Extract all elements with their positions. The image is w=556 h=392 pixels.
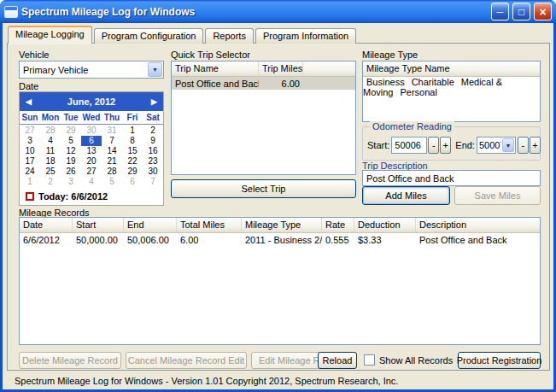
calendar-day[interactable]: 9 (143, 136, 163, 146)
calendar-title-bar: ◀ June, 2012 ▶ (20, 92, 163, 111)
maximize-button[interactable]: □ (512, 3, 530, 20)
chevron-down-icon[interactable]: ▼ (502, 138, 514, 152)
calendar-day[interactable]: 23 (143, 156, 163, 167)
calendar-day[interactable]: 28 (102, 167, 122, 177)
quick-trip-selector-label: Quick Trip Selector (171, 50, 250, 60)
calendar-day[interactable]: 16 (143, 146, 163, 156)
calendar-day[interactable]: 26 (61, 167, 81, 177)
calendar-day[interactable]: 29 (61, 126, 81, 136)
calendar-prev-icon[interactable]: ◀ (26, 97, 32, 106)
calendar-day[interactable]: 1 (20, 177, 40, 187)
chevron-down-icon[interactable]: ▼ (148, 62, 162, 77)
odometer-reading-label: Odometer Reading (370, 121, 454, 132)
trip-row[interactable]: Post Office and Back6.00 (172, 77, 355, 90)
minimize-button[interactable]: ─ (491, 3, 509, 20)
calendar-day[interactable]: 31 (102, 126, 122, 136)
select-trip-button[interactable]: Select Trip (171, 179, 356, 198)
column-header[interactable]: Mileage Type (242, 218, 322, 232)
calendar-day[interactable]: 6 (122, 177, 143, 187)
calendar-day[interactable]: 6 (81, 136, 102, 146)
calendar-day[interactable]: 14 (102, 146, 122, 156)
close-button[interactable]: × (534, 3, 552, 20)
calendar-day[interactable]: 25 (40, 167, 61, 177)
calendar-day[interactable]: 1 (122, 126, 143, 136)
odometer-start-label: Start: (367, 140, 390, 150)
mileage-type-item[interactable]: Business (363, 77, 408, 87)
calendar-day[interactable]: 27 (20, 126, 40, 136)
today-label: Today: 6/6/2012 (38, 191, 108, 202)
cancel-mileage-record-edit-button: Cancel Mileage Record Edit (126, 352, 247, 369)
tab-program-configuration[interactable]: Program Configuration (94, 28, 204, 44)
calendar-day[interactable]: 30 (143, 167, 163, 177)
start-decrement-button[interactable]: - (428, 137, 439, 154)
calendar-day[interactable]: 19 (61, 156, 81, 167)
odometer-end-select[interactable]: 50007 ▼ (477, 137, 516, 154)
calendar-day[interactable]: 27 (81, 167, 102, 177)
trip-description-input[interactable] (362, 170, 541, 186)
start-increment-button[interactable]: + (440, 137, 451, 154)
calendar-day[interactable]: 4 (81, 177, 102, 187)
app-window: Spectrum Mileage Log for Windows ─ □ × M… (0, 0, 556, 392)
calendar-day[interactable]: 5 (61, 136, 81, 146)
column-header[interactable]: End (124, 218, 177, 232)
odometer-start-input[interactable] (391, 137, 427, 154)
tab-reports[interactable]: Reports (205, 28, 254, 44)
calendar-day[interactable]: 5 (102, 177, 122, 187)
status-text: Spectrum Mileage Log for Windows - Versi… (15, 376, 398, 386)
record-cell: Post Office and Back (416, 235, 541, 245)
calendar-day[interactable]: 11 (40, 146, 61, 156)
calendar-next-icon[interactable]: ▶ (151, 97, 157, 106)
end-increment-button[interactable]: + (530, 137, 541, 154)
calendar-day[interactable]: 3 (61, 177, 81, 187)
window-title: Spectrum Mileage Log for Windows (21, 6, 488, 18)
column-header[interactable]: Total Miles (177, 218, 242, 232)
calendar-day[interactable]: 12 (61, 146, 81, 156)
column-header[interactable]: Description (416, 218, 541, 232)
column-header[interactable]: Deduction (354, 218, 416, 232)
tab-mileage-logging[interactable]: Mileage Logging (8, 26, 92, 44)
column-header[interactable]: Date (20, 218, 73, 232)
calendar-day[interactable]: 4 (40, 136, 61, 146)
table-row[interactable]: 6/6/201250,000.0050,006.006.002011 - Bus… (20, 233, 540, 246)
calendar-day[interactable]: 20 (81, 156, 102, 167)
add-miles-button[interactable]: Add Miles (362, 186, 450, 205)
column-header-trip-name[interactable]: Trip Name (172, 61, 259, 76)
column-header[interactable]: Rate (322, 218, 354, 232)
calendar-today-row[interactable]: Today: 6/6/2012 (20, 187, 163, 202)
calendar-day[interactable]: 8 (122, 136, 143, 146)
calendar-day[interactable]: 2 (143, 126, 163, 136)
column-header-trip-miles[interactable]: Trip Miles (259, 61, 303, 76)
tab-program-information[interactable]: Program Information (255, 28, 356, 44)
record-cell: 50,000.00 (73, 235, 124, 245)
title-bar[interactable]: Spectrum Mileage Log for Windows ─ □ × (0, 0, 556, 23)
column-header-mileage-type-name[interactable]: Mileage Type Name (363, 61, 540, 76)
calendar-day[interactable]: 30 (81, 126, 102, 136)
calendar-days: 2728293031123456789101112131415161718192… (20, 125, 163, 187)
show-all-records-checkbox[interactable] (364, 354, 375, 366)
product-registration-button[interactable]: Product Registration (458, 352, 541, 369)
calendar-day[interactable]: 13 (81, 146, 102, 156)
vehicle-select[interactable]: Primary Vehicle ▼ (19, 61, 164, 79)
mileage-type-item[interactable]: Personal (396, 87, 440, 97)
column-header[interactable]: Start (73, 218, 124, 232)
calendar-day[interactable]: 7 (143, 177, 163, 187)
calendar-day[interactable]: 7 (102, 136, 122, 146)
calendar-day[interactable]: 3 (20, 136, 40, 146)
reload-button[interactable]: Reload (318, 352, 357, 369)
mileage-type-list: Mileage Type Name BusinessCharitableMedi… (362, 61, 541, 122)
calendar-day[interactable]: 24 (20, 167, 40, 177)
calendar-day[interactable]: 17 (20, 156, 40, 167)
calendar-day[interactable]: 28 (40, 126, 61, 136)
calendar-day[interactable]: 10 (20, 146, 40, 156)
day-of-week-label: Sat (143, 111, 163, 124)
quick-trip-list-header: Trip Name Trip Miles (172, 61, 355, 77)
calendar-day[interactable]: 18 (40, 156, 61, 167)
calendar-day[interactable]: 22 (122, 156, 143, 167)
calendar-day[interactable]: 15 (122, 146, 143, 156)
calendar-day[interactable]: 2 (40, 177, 61, 187)
show-all-records-label[interactable]: Show All Records (379, 355, 453, 366)
end-decrement-button[interactable]: - (518, 137, 529, 154)
calendar-day[interactable]: 21 (102, 156, 122, 167)
mileage-type-item[interactable]: Charitable (408, 77, 458, 87)
calendar-day[interactable]: 29 (122, 167, 143, 177)
